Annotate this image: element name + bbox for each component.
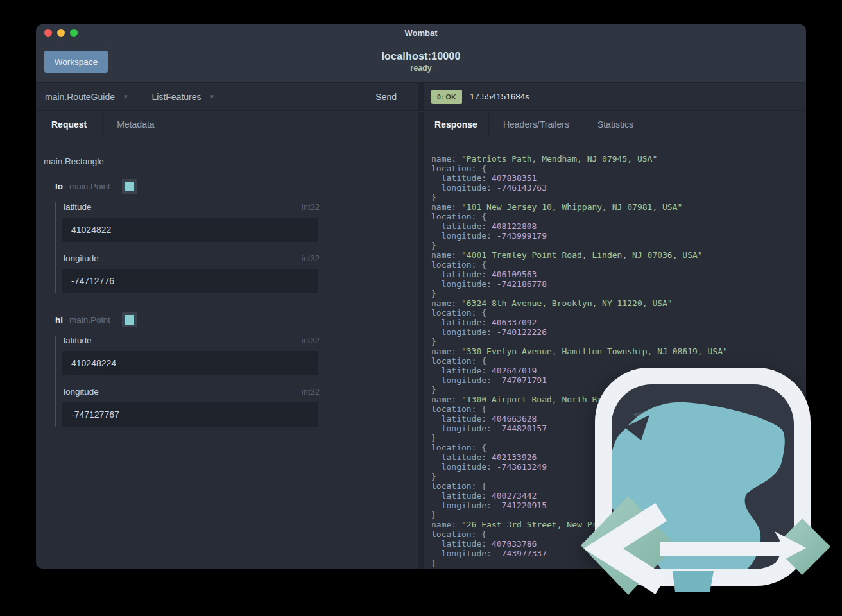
window-title: Wombat: [36, 28, 806, 38]
chevron-down-icon: ▾: [210, 92, 214, 101]
wombat-logo: [578, 363, 842, 616]
field-label: longitude: [64, 253, 99, 263]
field-latitude: latitude int32: [62, 202, 409, 242]
field-group-hi: hi main.Point latitude int32: [55, 312, 409, 427]
method-select[interactable]: ListFeatures ▾: [151, 92, 214, 102]
request-message-type: main.Rectangle: [44, 157, 409, 166]
method-select-value: ListFeatures: [151, 92, 201, 102]
field-latitude: latitude int32: [62, 336, 409, 375]
field-longitude: longitude int32: [62, 387, 409, 427]
field-message-type: main.Point: [69, 315, 110, 325]
field-scalar-type: int32: [302, 336, 320, 345]
field-group-header: hi main.Point: [55, 312, 409, 327]
field-label: longitude: [64, 387, 99, 397]
send-button[interactable]: Send: [372, 91, 400, 103]
arrow-shaft: [660, 542, 784, 556]
server-info: localhost:10000 ready: [36, 51, 806, 73]
pane-divider: [418, 83, 424, 110]
pane-divider[interactable]: [418, 112, 424, 569]
lo-latitude-input[interactable]: [62, 218, 318, 242]
tab-request[interactable]: Request: [36, 112, 103, 137]
tab-statistics[interactable]: Statistics: [583, 112, 648, 137]
request-tabs: Request Metadata: [36, 112, 418, 137]
service-select-value: main.RouteGuide: [45, 92, 115, 102]
field-longitude: longitude int32: [62, 253, 409, 293]
field-name: lo: [55, 182, 63, 191]
request-form: main.Rectangle lo main.Point latitude: [36, 137, 418, 427]
field-group-body: latitude int32 longitude int32: [55, 202, 409, 293]
desktop: Wombat Workspace localhost:10000 ready m…: [0, 0, 842, 616]
toolbar-row: main.RouteGuide ▾ ListFeatures ▾ Send 0:…: [36, 82, 806, 111]
call-duration: 17.554151684s: [470, 92, 529, 101]
field-name: hi: [55, 315, 63, 325]
field-group-header: lo main.Point: [55, 179, 409, 194]
field-label: latitude: [64, 336, 92, 345]
server-status: ready: [36, 64, 806, 73]
response-tabs: Response Headers/Trailers Statistics: [424, 112, 806, 137]
message-set-checkbox[interactable]: [122, 312, 137, 327]
tab-metadata[interactable]: Metadata: [103, 112, 168, 137]
lo-longitude-input[interactable]: [62, 269, 318, 293]
server-address: localhost:10000: [36, 51, 806, 62]
field-label: latitude: [64, 202, 92, 212]
response-statusbar: 0: OK 17.554151684s: [424, 83, 806, 110]
hi-latitude-input[interactable]: [62, 351, 318, 375]
request-toolbar: main.RouteGuide ▾ ListFeatures ▾ Send: [36, 83, 418, 110]
chevron-down-icon: ▾: [124, 92, 128, 101]
message-set-checkbox[interactable]: [122, 179, 137, 194]
field-group-lo: lo main.Point latitude int32: [55, 179, 409, 293]
status-code-badge: 0: OK: [431, 90, 462, 104]
wombat-leg: [673, 571, 714, 592]
tab-headers-trailers[interactable]: Headers/Trailers: [489, 112, 583, 137]
service-select[interactable]: main.RouteGuide ▾: [45, 92, 127, 102]
tab-response[interactable]: Response: [424, 112, 489, 137]
titlebar: Wombat Workspace localhost:10000 ready: [36, 24, 806, 82]
field-scalar-type: int32: [302, 202, 320, 212]
field-scalar-type: int32: [302, 253, 320, 263]
field-message-type: main.Point: [69, 182, 110, 191]
request-pane: Request Metadata main.Rectangle lo main.…: [36, 112, 418, 569]
field-group-body: latitude int32 longitude int32: [55, 336, 409, 427]
field-scalar-type: int32: [302, 387, 320, 397]
hi-longitude-input[interactable]: [62, 402, 318, 427]
